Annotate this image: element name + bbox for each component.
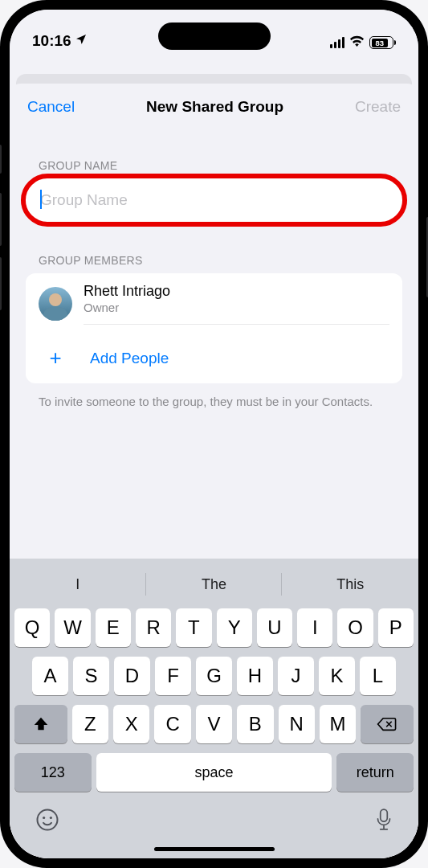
text-cursor bbox=[40, 190, 42, 209]
key-w[interactable]: W bbox=[55, 608, 90, 647]
member-role: Owner bbox=[84, 301, 389, 314]
battery-icon: 83 bbox=[369, 36, 396, 49]
key-m[interactable]: M bbox=[320, 705, 356, 743]
key-e[interactable]: E bbox=[96, 608, 131, 647]
key-s[interactable]: S bbox=[73, 657, 109, 695]
key-i[interactable]: I bbox=[297, 608, 332, 647]
key-a[interactable]: A bbox=[32, 657, 68, 695]
key-x[interactable]: X bbox=[113, 705, 149, 743]
status-time: 10:16 bbox=[32, 32, 71, 50]
svg-rect-3 bbox=[381, 809, 388, 821]
key-b[interactable]: B bbox=[237, 705, 273, 743]
backspace-key[interactable] bbox=[361, 705, 414, 743]
key-j[interactable]: J bbox=[278, 657, 314, 695]
key-l[interactable]: L bbox=[360, 657, 396, 695]
new-group-modal: Cancel New Shared Group Create GROUP NAM… bbox=[10, 84, 418, 858]
add-people-button[interactable]: + Add People bbox=[26, 334, 402, 383]
create-button[interactable]: Create bbox=[355, 98, 401, 116]
suggestion-1[interactable]: I bbox=[10, 565, 146, 604]
key-g[interactable]: G bbox=[196, 657, 232, 695]
key-q[interactable]: Q bbox=[14, 608, 50, 647]
key-c[interactable]: C bbox=[154, 705, 190, 743]
key-r[interactable]: R bbox=[136, 608, 171, 647]
emoji-key[interactable] bbox=[35, 808, 59, 837]
home-indicator[interactable] bbox=[154, 847, 275, 851]
group-members-label: GROUP MEMBERS bbox=[10, 254, 418, 267]
suggestion-2[interactable]: The bbox=[146, 565, 283, 604]
svg-point-0 bbox=[38, 810, 58, 830]
keyboard: I The This QWERTYUIOP ASDFGHJKL ZXCVBNM bbox=[10, 559, 418, 858]
key-v[interactable]: V bbox=[196, 705, 232, 743]
suggestion-3[interactable]: This bbox=[282, 565, 418, 604]
svg-point-2 bbox=[50, 817, 52, 819]
key-h[interactable]: H bbox=[237, 657, 273, 695]
member-row[interactable]: Rhett Intriago Owner bbox=[26, 273, 402, 334]
svg-point-1 bbox=[43, 817, 45, 819]
key-f[interactable]: F bbox=[155, 657, 191, 695]
avatar bbox=[39, 287, 72, 321]
suggestion-bar: I The This bbox=[10, 565, 418, 604]
space-key[interactable]: space bbox=[96, 753, 332, 792]
member-name: Rhett Intriago bbox=[84, 283, 389, 300]
cellular-icon bbox=[330, 37, 344, 48]
wifi-icon bbox=[349, 35, 365, 50]
key-d[interactable]: D bbox=[114, 657, 150, 695]
members-card: Rhett Intriago Owner + Add People bbox=[26, 273, 402, 383]
location-icon bbox=[75, 32, 88, 50]
key-p[interactable]: P bbox=[378, 608, 414, 647]
group-name-input[interactable] bbox=[26, 178, 402, 222]
group-name-label: GROUP NAME bbox=[10, 159, 418, 172]
cancel-button[interactable]: Cancel bbox=[27, 98, 75, 116]
modal-title: New Shared Group bbox=[146, 98, 283, 116]
plus-icon: + bbox=[39, 346, 72, 371]
numbers-key[interactable]: 123 bbox=[14, 753, 92, 792]
modal-header: Cancel New Shared Group Create bbox=[10, 84, 418, 122]
key-o[interactable]: O bbox=[337, 608, 373, 647]
hint-text: To invite someone to the group, they mus… bbox=[10, 383, 418, 410]
key-u[interactable]: U bbox=[257, 608, 292, 647]
dictation-key[interactable] bbox=[375, 808, 393, 837]
key-z[interactable]: Z bbox=[72, 705, 108, 743]
key-n[interactable]: N bbox=[279, 705, 315, 743]
add-people-label: Add People bbox=[90, 350, 169, 367]
return-key[interactable]: return bbox=[336, 753, 414, 792]
key-t[interactable]: T bbox=[176, 608, 211, 647]
shift-key[interactable] bbox=[14, 705, 67, 743]
key-y[interactable]: Y bbox=[217, 608, 252, 647]
key-k[interactable]: K bbox=[319, 657, 355, 695]
